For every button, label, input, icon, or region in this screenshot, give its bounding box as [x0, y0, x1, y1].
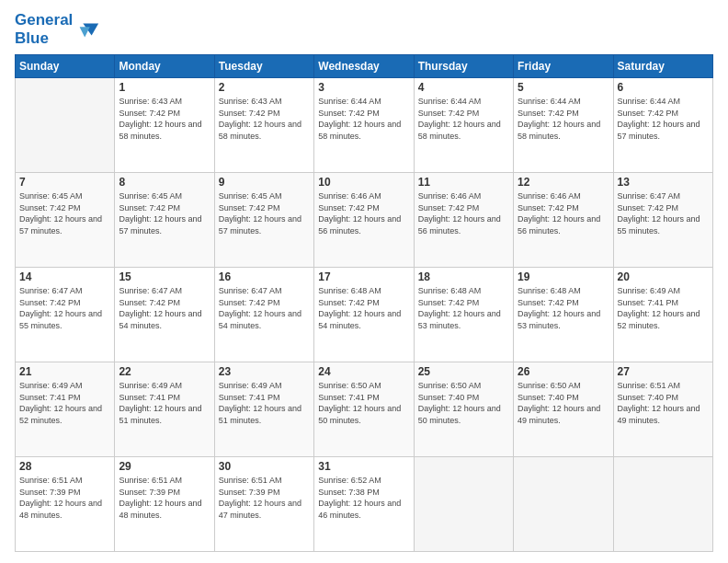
day-number: 29	[119, 460, 210, 473]
day-info: Sunrise: 6:47 AMSunset: 7:42 PMDaylight:…	[119, 285, 210, 331]
day-info: Sunrise: 6:51 AMSunset: 7:39 PMDaylight:…	[119, 475, 210, 521]
day-info: Sunrise: 6:47 AMSunset: 7:42 PMDaylight:…	[219, 285, 310, 331]
calendar-cell: 30Sunrise: 6:51 AMSunset: 7:39 PMDayligh…	[214, 456, 313, 551]
day-number: 8	[119, 176, 210, 189]
calendar-cell: 15Sunrise: 6:47 AMSunset: 7:42 PMDayligh…	[115, 268, 214, 362]
calendar-cell: 18Sunrise: 6:48 AMSunset: 7:42 PMDayligh…	[414, 268, 513, 362]
svg-marker-1	[80, 27, 90, 37]
day-number: 17	[318, 270, 409, 283]
day-info: Sunrise: 6:43 AMSunset: 7:42 PMDaylight:…	[219, 96, 310, 142]
calendar-cell: 27Sunrise: 6:51 AMSunset: 7:40 PMDayligh…	[613, 362, 712, 457]
day-number: 13	[618, 176, 709, 189]
day-info: Sunrise: 6:48 AMSunset: 7:42 PMDaylight:…	[318, 285, 409, 331]
calendar-cell: 2Sunrise: 6:43 AMSunset: 7:42 PMDaylight…	[214, 78, 313, 173]
col-header-thursday: Thursday	[414, 55, 513, 78]
calendar-cell: 28Sunrise: 6:51 AMSunset: 7:39 PMDayligh…	[16, 456, 115, 551]
col-header-wednesday: Wednesday	[314, 55, 414, 78]
day-number: 2	[219, 81, 310, 94]
day-number: 4	[418, 81, 509, 94]
day-number: 26	[518, 365, 609, 378]
calendar-cell: 22Sunrise: 6:49 AMSunset: 7:41 PMDayligh…	[115, 362, 214, 457]
calendar-cell: 21Sunrise: 6:49 AMSunset: 7:41 PMDayligh…	[16, 362, 115, 457]
day-number: 7	[19, 176, 110, 189]
day-info: Sunrise: 6:49 AMSunset: 7:41 PMDaylight:…	[219, 380, 310, 426]
day-number: 30	[219, 460, 310, 473]
week-row-3: 21Sunrise: 6:49 AMSunset: 7:41 PMDayligh…	[16, 362, 713, 457]
day-number: 22	[119, 365, 210, 378]
day-info: Sunrise: 6:43 AMSunset: 7:42 PMDaylight:…	[119, 96, 210, 142]
calendar-cell: 24Sunrise: 6:50 AMSunset: 7:41 PMDayligh…	[314, 362, 414, 457]
day-number: 28	[19, 460, 110, 473]
calendar-cell: 26Sunrise: 6:50 AMSunset: 7:40 PMDayligh…	[514, 362, 613, 457]
day-info: Sunrise: 6:51 AMSunset: 7:39 PMDaylight:…	[219, 475, 310, 521]
calendar-cell: 8Sunrise: 6:45 AMSunset: 7:42 PMDaylight…	[115, 173, 214, 268]
day-number: 16	[219, 270, 310, 283]
calendar-cell: 6Sunrise: 6:44 AMSunset: 7:42 PMDaylight…	[613, 78, 712, 173]
week-row-0: 1Sunrise: 6:43 AMSunset: 7:42 PMDaylight…	[16, 78, 713, 173]
page: General Blue SundayMondayTuesdayWednesda…	[0, 0, 728, 563]
calendar-cell: 5Sunrise: 6:44 AMSunset: 7:42 PMDaylight…	[514, 78, 613, 173]
calendar-cell: 23Sunrise: 6:49 AMSunset: 7:41 PMDayligh…	[214, 362, 313, 457]
day-number: 24	[318, 365, 409, 378]
calendar-cell: 25Sunrise: 6:50 AMSunset: 7:40 PMDayligh…	[414, 362, 513, 457]
day-number: 27	[618, 365, 709, 378]
calendar-cell	[16, 78, 115, 173]
day-number: 31	[318, 460, 409, 473]
col-header-tuesday: Tuesday	[214, 55, 313, 78]
calendar-cell: 16Sunrise: 6:47 AMSunset: 7:42 PMDayligh…	[214, 268, 313, 362]
logo-text: General	[15, 11, 73, 29]
day-number: 6	[618, 81, 709, 94]
day-number: 23	[219, 365, 310, 378]
day-number: 19	[518, 270, 609, 283]
day-info: Sunrise: 6:47 AMSunset: 7:42 PMDaylight:…	[19, 285, 110, 331]
day-number: 12	[518, 176, 609, 189]
calendar-cell: 10Sunrise: 6:46 AMSunset: 7:42 PMDayligh…	[314, 173, 414, 268]
day-number: 21	[19, 365, 110, 378]
calendar-cell: 3Sunrise: 6:44 AMSunset: 7:42 PMDaylight…	[314, 78, 414, 173]
day-info: Sunrise: 6:49 AMSunset: 7:41 PMDaylight:…	[119, 380, 210, 426]
calendar-cell: 31Sunrise: 6:52 AMSunset: 7:38 PMDayligh…	[314, 456, 414, 551]
day-number: 10	[318, 176, 409, 189]
day-info: Sunrise: 6:48 AMSunset: 7:42 PMDaylight:…	[518, 285, 609, 331]
calendar-cell: 4Sunrise: 6:44 AMSunset: 7:42 PMDaylight…	[414, 78, 513, 173]
calendar-cell: 7Sunrise: 6:45 AMSunset: 7:42 PMDaylight…	[16, 173, 115, 268]
col-header-monday: Monday	[115, 55, 214, 78]
day-number: 25	[418, 365, 509, 378]
day-info: Sunrise: 6:49 AMSunset: 7:41 PMDaylight:…	[618, 285, 709, 331]
logo: General Blue	[15, 11, 100, 47]
day-number: 15	[119, 270, 210, 283]
calendar-cell	[414, 456, 513, 551]
week-row-4: 28Sunrise: 6:51 AMSunset: 7:39 PMDayligh…	[16, 456, 713, 551]
day-info: Sunrise: 6:47 AMSunset: 7:42 PMDaylight:…	[618, 190, 709, 236]
day-number: 11	[418, 176, 509, 189]
day-info: Sunrise: 6:50 AMSunset: 7:41 PMDaylight:…	[318, 380, 409, 426]
calendar-cell: 12Sunrise: 6:46 AMSunset: 7:42 PMDayligh…	[514, 173, 613, 268]
day-info: Sunrise: 6:45 AMSunset: 7:42 PMDaylight:…	[19, 190, 110, 236]
calendar-cell: 13Sunrise: 6:47 AMSunset: 7:42 PMDayligh…	[613, 173, 712, 268]
day-info: Sunrise: 6:49 AMSunset: 7:41 PMDaylight:…	[19, 380, 110, 426]
calendar-header-row: SundayMondayTuesdayWednesdayThursdayFrid…	[16, 55, 713, 78]
day-info: Sunrise: 6:44 AMSunset: 7:42 PMDaylight:…	[618, 96, 709, 142]
week-row-1: 7Sunrise: 6:45 AMSunset: 7:42 PMDaylight…	[16, 173, 713, 268]
calendar-cell: 11Sunrise: 6:46 AMSunset: 7:42 PMDayligh…	[414, 173, 513, 268]
day-info: Sunrise: 6:48 AMSunset: 7:42 PMDaylight:…	[418, 285, 509, 331]
col-header-saturday: Saturday	[613, 55, 712, 78]
calendar-cell: 20Sunrise: 6:49 AMSunset: 7:41 PMDayligh…	[613, 268, 712, 362]
logo-icon	[74, 17, 100, 42]
day-number: 3	[318, 81, 409, 94]
calendar-cell: 9Sunrise: 6:45 AMSunset: 7:42 PMDaylight…	[214, 173, 313, 268]
day-info: Sunrise: 6:44 AMSunset: 7:42 PMDaylight:…	[318, 96, 409, 142]
day-info: Sunrise: 6:46 AMSunset: 7:42 PMDaylight:…	[318, 190, 409, 236]
calendar-cell: 14Sunrise: 6:47 AMSunset: 7:42 PMDayligh…	[16, 268, 115, 362]
day-number: 1	[119, 81, 210, 94]
week-row-2: 14Sunrise: 6:47 AMSunset: 7:42 PMDayligh…	[16, 268, 713, 362]
day-number: 9	[219, 176, 310, 189]
header: General Blue	[15, 11, 713, 47]
calendar-table: SundayMondayTuesdayWednesdayThursdayFrid…	[15, 54, 713, 552]
day-info: Sunrise: 6:51 AMSunset: 7:40 PMDaylight:…	[618, 380, 709, 426]
day-info: Sunrise: 6:46 AMSunset: 7:42 PMDaylight:…	[418, 190, 509, 236]
day-number: 20	[618, 270, 709, 283]
day-info: Sunrise: 6:52 AMSunset: 7:38 PMDaylight:…	[318, 475, 409, 521]
col-header-friday: Friday	[514, 55, 613, 78]
calendar-cell	[613, 456, 712, 551]
